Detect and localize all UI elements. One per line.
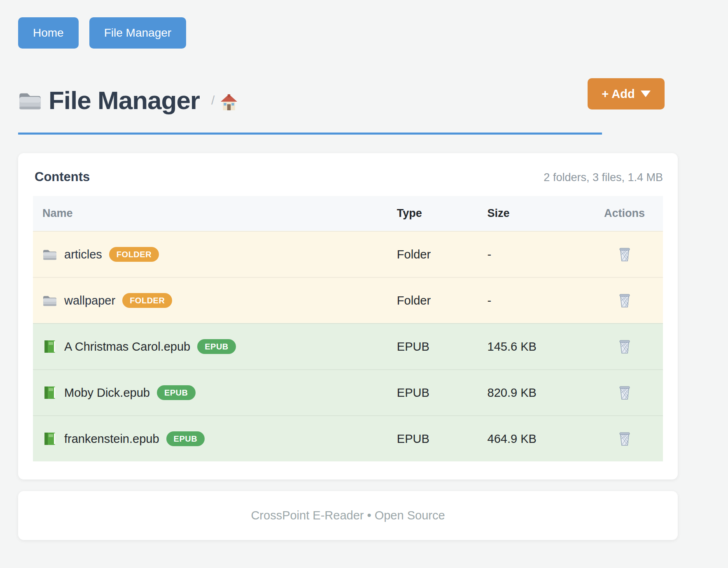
- file-name-link[interactable]: Moby Dick.epub: [64, 386, 150, 400]
- type-cell: EPUB: [397, 386, 488, 400]
- table-header-row: Name Type Size Actions: [33, 196, 663, 231]
- file-manager-page: Home File Manager File Manager / + Add C…: [0, 0, 728, 568]
- folder-icon: [42, 294, 57, 307]
- trash-icon: [618, 247, 631, 262]
- footer-text: CrossPoint E-Reader • Open Source: [251, 509, 445, 522]
- type-cell: EPUB: [397, 432, 488, 446]
- table-row: frankenstein.epub EPUB EPUB 464.9 KB: [33, 415, 663, 461]
- file-name-link[interactable]: articles: [64, 248, 102, 261]
- table-row: articles FOLDER Folder -: [33, 231, 663, 277]
- nav-button-home[interactable]: Home: [18, 17, 79, 49]
- type-badge: EPUB: [157, 385, 196, 400]
- size-cell: 820.9 KB: [488, 386, 586, 400]
- top-nav: Home File Manager: [18, 17, 186, 49]
- file-name-link[interactable]: A Christmas Carol.epub: [64, 340, 190, 354]
- contents-heading: Contents: [35, 170, 90, 184]
- delete-button[interactable]: [616, 245, 633, 263]
- file-name-link[interactable]: frankenstein.epub: [64, 432, 159, 446]
- breadcrumb-separator: /: [211, 93, 215, 107]
- page-title: File Manager: [49, 86, 200, 115]
- home-icon[interactable]: [220, 94, 238, 110]
- contents-card: Contents 2 folders, 3 files, 1.4 MB Name…: [18, 153, 678, 480]
- type-badge: FOLDER: [109, 247, 159, 262]
- column-header-name: Name: [33, 207, 397, 220]
- table-row: A Christmas Carol.epub EPUB EPUB 145.6 K…: [33, 323, 663, 369]
- type-cell: Folder: [397, 248, 488, 261]
- delete-button[interactable]: [616, 384, 633, 402]
- contents-summary: 2 folders, 3 files, 1.4 MB: [544, 171, 663, 184]
- column-header-actions: Actions: [586, 207, 663, 220]
- files-table: Name Type Size Actions articles FOLDER F…: [33, 196, 663, 461]
- green-book-icon: [42, 340, 57, 353]
- page-header: File Manager /: [18, 86, 238, 115]
- trash-icon: [618, 293, 631, 308]
- column-header-type: Type: [397, 207, 488, 220]
- add-button[interactable]: + Add: [588, 78, 665, 109]
- trash-icon: [618, 431, 631, 446]
- header-divider: [18, 133, 602, 135]
- size-cell: 145.6 KB: [488, 340, 586, 354]
- table-row: wallpaper FOLDER Folder -: [33, 277, 663, 323]
- delete-button[interactable]: [616, 291, 633, 310]
- delete-button[interactable]: [616, 430, 633, 448]
- trash-icon: [618, 339, 631, 354]
- size-cell: -: [488, 248, 586, 261]
- nav-button-file-manager[interactable]: File Manager: [89, 17, 186, 49]
- delete-button[interactable]: [616, 338, 633, 356]
- type-badge: FOLDER: [122, 293, 172, 308]
- size-cell: -: [488, 294, 586, 307]
- file-name-link[interactable]: wallpaper: [64, 294, 115, 307]
- add-button-label: + Add: [602, 87, 635, 101]
- type-badge: EPUB: [166, 431, 205, 446]
- folder-icon: [18, 90, 42, 111]
- type-cell: EPUB: [397, 340, 488, 354]
- chevron-down-icon: [641, 91, 651, 97]
- table-row: Moby Dick.epub EPUB EPUB 820.9 KB: [33, 369, 663, 415]
- column-header-size: Size: [488, 207, 586, 220]
- type-badge: EPUB: [197, 339, 236, 354]
- green-book-icon: [42, 432, 57, 445]
- size-cell: 464.9 KB: [488, 432, 586, 446]
- green-book-icon: [42, 386, 57, 399]
- footer-card: CrossPoint E-Reader • Open Source: [18, 491, 678, 540]
- trash-icon: [618, 385, 631, 400]
- type-cell: Folder: [397, 294, 488, 307]
- folder-icon: [42, 248, 57, 261]
